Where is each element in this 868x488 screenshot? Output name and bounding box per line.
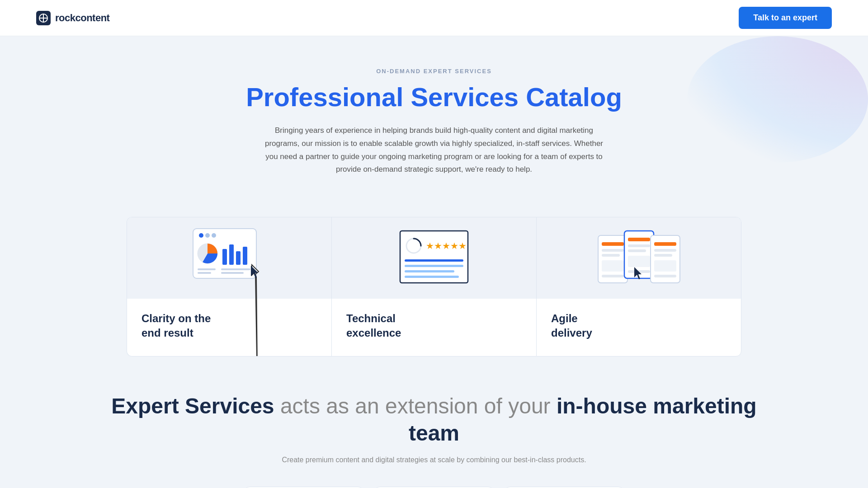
card-technical: ★★★★★ Technicalexcellence [331, 217, 536, 356]
rating-review-illustration: ★★★★★ [389, 224, 479, 292]
svg-rect-28 [602, 249, 624, 252]
extension-subtitle: Create premium content and digital strat… [90, 456, 778, 464]
svg-rect-23 [405, 265, 463, 267]
svg-rect-24 [405, 270, 454, 272]
header: rockcontent Talk to an expert [0, 0, 868, 36]
logo: rockcontent [36, 11, 109, 25]
svg-rect-30 [602, 260, 624, 272]
svg-rect-34 [628, 244, 650, 247]
feature-cards-row: Clarity on theend result ★★★★★ [127, 217, 741, 356]
svg-rect-42 [654, 260, 676, 272]
svg-rect-39 [654, 242, 676, 246]
cta-button[interactable]: Talk to an expert [739, 7, 832, 29]
svg-point-5 [199, 233, 203, 238]
card-clarity: Clarity on theend result [127, 217, 331, 356]
svg-rect-15 [221, 268, 250, 270]
svg-rect-11 [236, 251, 241, 265]
card-technical-image: ★★★★★ [332, 217, 536, 299]
card-clarity-image [127, 217, 331, 299]
extension-title: Expert Services acts as an extension of … [90, 393, 778, 447]
svg-rect-27 [602, 242, 624, 246]
card-agile-image [537, 217, 741, 299]
card-agile-title: Agiledelivery [551, 311, 726, 339]
svg-point-7 [212, 233, 216, 238]
extension-title-bold1: Expert Services [111, 394, 274, 418]
svg-rect-25 [405, 276, 459, 278]
svg-rect-22 [405, 259, 463, 262]
svg-rect-9 [222, 249, 227, 265]
dashboard-analytics-illustration [184, 224, 274, 292]
card-technical-body: Technicalexcellence [332, 299, 536, 356]
logo-text: rockcontent [55, 12, 109, 24]
hero-section: ON-DEMAND EXPERT SERVICES Professional S… [0, 36, 868, 217]
svg-text:★★★★★: ★★★★★ [426, 241, 467, 251]
svg-rect-43 [654, 275, 676, 277]
card-agile-body: Agiledelivery [537, 299, 741, 356]
kanban-board-illustration [589, 224, 689, 292]
hero-title: Professional Services Catalog [90, 83, 778, 112]
svg-rect-14 [198, 272, 211, 274]
svg-rect-36 [628, 256, 650, 267]
card-clarity-title: Clarity on theend result [142, 311, 317, 339]
svg-point-6 [205, 233, 210, 238]
section-label: ON-DEMAND EXPERT SERVICES [90, 68, 778, 75]
card-clarity-body: Clarity on theend result [127, 299, 331, 356]
extension-title-normal: acts as an extension of your [274, 394, 557, 418]
svg-rect-10 [229, 244, 234, 265]
svg-rect-40 [654, 249, 676, 252]
svg-rect-12 [243, 247, 247, 265]
hero-description: Bringing years of experience in helping … [262, 124, 606, 177]
extension-section: Expert Services acts as an extension of … [0, 357, 868, 488]
card-agile: Agiledelivery [536, 217, 741, 356]
logo-icon [36, 11, 51, 25]
svg-rect-31 [602, 275, 624, 277]
svg-rect-16 [221, 272, 244, 274]
svg-rect-35 [628, 249, 646, 252]
svg-rect-13 [198, 268, 216, 270]
card-technical-title: Technicalexcellence [346, 311, 522, 339]
svg-rect-29 [602, 254, 620, 257]
svg-rect-41 [654, 254, 672, 257]
svg-rect-33 [628, 238, 650, 241]
